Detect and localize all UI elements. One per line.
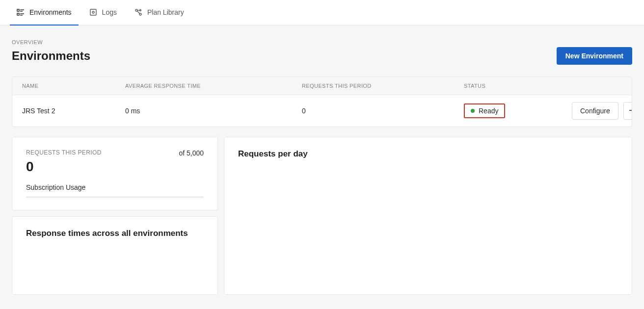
svg-point-8 — [135, 9, 137, 11]
svg-point-10 — [139, 9, 141, 11]
page-body: OVERVIEW Environments New Environment NA… — [0, 26, 644, 309]
col-status: STATUS — [464, 83, 572, 89]
metric-value: 0 — [26, 159, 204, 175]
page-title: Environments — [12, 49, 90, 63]
tab-plan-library[interactable]: Plan Library — [128, 0, 191, 26]
cell-name: JRS Test 2 — [22, 107, 125, 115]
grid-icon — [17, 8, 25, 16]
tab-environments[interactable]: Environments — [10, 0, 79, 26]
requests-per-day-title: Requests per day — [238, 149, 618, 159]
svg-point-7 — [92, 11, 94, 13]
row-actions: Configure — [572, 102, 632, 120]
tab-logs[interactable]: Logs — [82, 0, 124, 26]
enter-button[interactable] — [623, 102, 632, 120]
metric-header: REQUESTS THIS PERIOD of 5,000 — [26, 149, 204, 157]
svg-rect-6 — [90, 9, 96, 15]
metric-of: of 5,000 — [179, 149, 204, 157]
top-tabs: Environments Logs Plan Library — [0, 0, 644, 26]
status-badge: Ready — [464, 103, 505, 118]
left-column: REQUESTS THIS PERIOD of 5,000 0 Subscrip… — [12, 137, 218, 295]
overview-label: OVERVIEW — [12, 39, 632, 45]
col-requests: REQUESTS THIS PERIOD — [302, 83, 464, 89]
cell-requests: 0 — [302, 107, 464, 115]
tab-label: Plan Library — [147, 8, 184, 16]
requests-usage-card: REQUESTS THIS PERIOD of 5,000 0 Subscrip… — [12, 137, 218, 210]
col-actions — [572, 83, 622, 89]
svg-rect-2 — [17, 13, 19, 15]
header-row: Environments New Environment — [12, 47, 632, 65]
cell-status: Ready — [464, 103, 572, 118]
logs-icon — [89, 8, 97, 16]
tab-label: Environments — [29, 8, 72, 16]
subscription-usage-label: Subscription Usage — [26, 183, 204, 191]
response-times-card: Response times across all environments — [12, 216, 218, 295]
environments-table: NAME AVERAGE RESPONSE TIME REQUESTS THIS… — [12, 77, 632, 127]
svg-rect-0 — [17, 9, 19, 11]
metric-label: REQUESTS THIS PERIOD — [26, 149, 102, 156]
status-text: Ready — [479, 107, 498, 115]
table-header: NAME AVERAGE RESPONSE TIME REQUESTS THIS… — [12, 77, 632, 95]
svg-point-9 — [139, 13, 141, 15]
lower-cards: REQUESTS THIS PERIOD of 5,000 0 Subscrip… — [12, 137, 632, 295]
requests-per-day-card: Requests per day — [224, 137, 632, 295]
cell-avg-response: 0 ms — [125, 107, 302, 115]
svg-line-11 — [137, 11, 139, 13]
response-times-title: Response times across all environments — [26, 229, 204, 238]
new-environment-button[interactable]: New Environment — [557, 47, 632, 65]
tab-label: Logs — [102, 8, 117, 16]
enter-icon — [628, 106, 632, 116]
usage-progress-bar — [26, 196, 204, 198]
status-dot-icon — [471, 109, 475, 113]
col-name: NAME — [22, 83, 125, 89]
nodes-icon — [134, 8, 142, 16]
table-row: JRS Test 2 0 ms 0 Ready Configure — [12, 95, 632, 127]
configure-button[interactable]: Configure — [572, 102, 618, 120]
col-avg-response: AVERAGE RESPONSE TIME — [125, 83, 302, 89]
